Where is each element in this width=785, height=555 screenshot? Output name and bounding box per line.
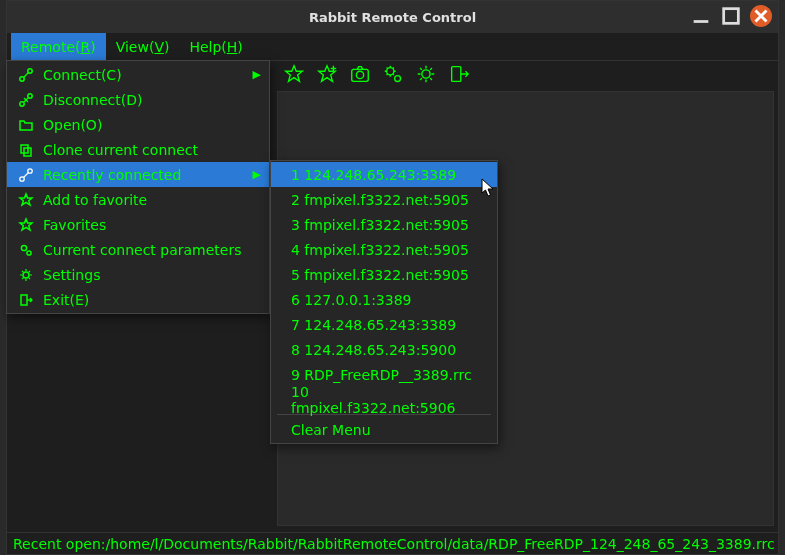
clone-icon	[15, 142, 37, 158]
menu-item-clone[interactable]: Clone current connect	[7, 137, 269, 162]
menubar: Remote(R) View(V) Help(H)	[7, 33, 778, 61]
disconnect-icon	[15, 92, 37, 108]
svg-point-9	[395, 76, 401, 82]
svg-rect-11	[452, 67, 461, 82]
gears-icon	[15, 242, 37, 258]
recent-item[interactable]: 4 fmpixel.f3322.net:5905	[271, 237, 497, 262]
camera-icon[interactable]	[349, 63, 371, 89]
menu-item-params[interactable]: Current connect parameters	[7, 237, 269, 262]
toolbar	[277, 61, 476, 91]
recent-clear[interactable]: Clear Menu	[271, 417, 497, 442]
recent-item[interactable]: 7 124.248.65.243:3389	[271, 312, 497, 337]
minimize-button[interactable]	[690, 5, 712, 27]
menu-item-connect[interactable]: Connect(C) ▶	[7, 62, 269, 87]
menu-item-exit[interactable]: Exit(E)	[7, 287, 269, 312]
chevron-right-icon: ▶	[253, 168, 261, 181]
menu-remote[interactable]: Remote(R)	[11, 33, 106, 60]
svg-rect-1	[724, 9, 739, 24]
svg-point-10	[422, 70, 430, 78]
gears-icon[interactable]	[382, 63, 404, 89]
favorite-icon[interactable]	[283, 63, 305, 89]
recent-item[interactable]: 2 fmpixel.f3322.net:5905	[271, 187, 497, 212]
menu-item-recent[interactable]: Recently connected ▶	[7, 162, 269, 187]
folder-open-icon	[15, 117, 37, 133]
remote-dropdown: Connect(C) ▶ Disconnect(D) Open(O) Clone…	[6, 60, 270, 314]
window-title: Rabbit Remote Control	[309, 10, 476, 25]
menu-item-favorites[interactable]: Favorites	[7, 212, 269, 237]
svg-line-14	[24, 72, 29, 77]
svg-point-15	[20, 101, 24, 105]
add-favorite-icon[interactable]	[316, 63, 338, 89]
maximize-button[interactable]	[720, 5, 742, 27]
svg-line-23	[24, 172, 29, 177]
recent-item[interactable]: 5 fmpixel.f3322.net:5905	[271, 262, 497, 287]
star-icon	[15, 217, 37, 233]
recent-item[interactable]: 1 124.248.65.243:3389	[271, 162, 497, 187]
recent-item[interactable]: 6 127.0.0.1:3389	[271, 287, 497, 312]
titlebar: Rabbit Remote Control	[7, 1, 778, 33]
menu-item-open[interactable]: Open(O)	[7, 112, 269, 137]
svg-point-25	[27, 250, 31, 254]
recent-icon	[15, 167, 37, 183]
svg-point-24	[21, 245, 26, 250]
recent-submenu: 1 124.248.65.243:3389 2 fmpixel.f3322.ne…	[270, 160, 498, 444]
menu-item-settings[interactable]: Settings	[7, 262, 269, 287]
svg-point-26	[23, 272, 29, 278]
statusbar: Recent open:/home/l/Documents/Rabbit/Rab…	[7, 532, 778, 554]
star-icon	[15, 192, 37, 208]
menu-view[interactable]: View(V)	[106, 33, 180, 60]
status-text: Recent open:/home/l/Documents/Rabbit/Rab…	[13, 536, 775, 552]
svg-point-16	[28, 93, 32, 97]
gear-icon[interactable]	[415, 63, 437, 89]
recent-item[interactable]: 10 fmpixel.f3322.net:5906	[271, 387, 497, 412]
recent-item[interactable]: 3 fmpixel.f3322.net:5905	[271, 212, 497, 237]
svg-point-7	[356, 71, 363, 78]
close-button[interactable]	[750, 5, 772, 27]
recent-item[interactable]: 8 124.248.65.243:5900	[271, 337, 497, 362]
menu-help[interactable]: Help(H)	[179, 33, 252, 60]
gear-icon	[15, 267, 37, 283]
exit-icon	[15, 292, 37, 308]
menu-item-disconnect[interactable]: Disconnect(D)	[7, 87, 269, 112]
exit-icon[interactable]	[448, 63, 470, 89]
window-controls	[690, 5, 772, 27]
svg-rect-27	[21, 295, 27, 305]
menu-item-add-favorite[interactable]: Add to favorite	[7, 187, 269, 212]
connect-icon	[15, 67, 37, 83]
chevron-right-icon: ▶	[253, 68, 261, 81]
